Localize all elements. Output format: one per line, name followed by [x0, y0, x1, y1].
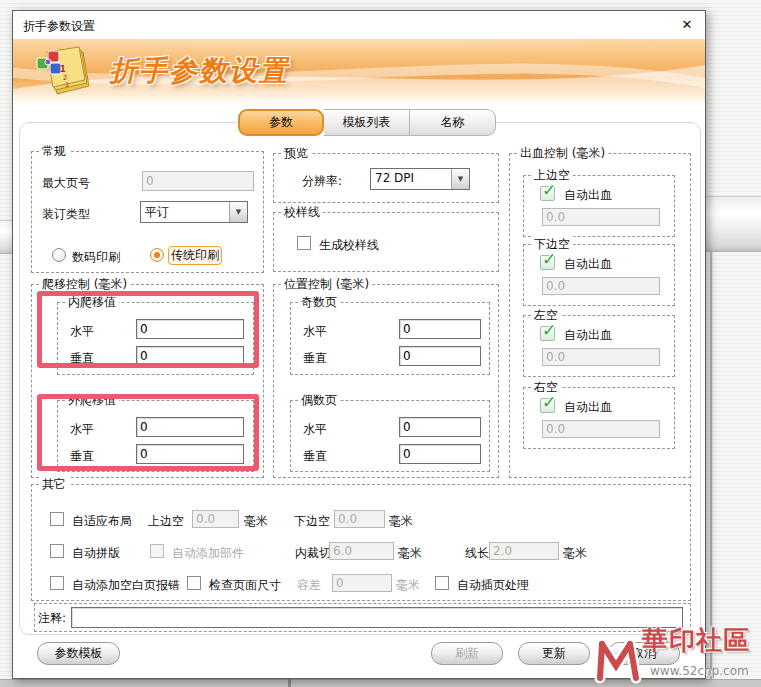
binding-type-select[interactable]: 平订 ▼: [140, 201, 248, 223]
group-bleed-control: 出血控制 (毫米) 上边空 ✓ 自动出血 下边空 ✓ 自动出血 左空 ✓ 自动出…: [509, 153, 691, 478]
outer-creep-v-input[interactable]: [136, 444, 244, 464]
odd-v-label: 垂直: [303, 350, 327, 367]
resolution-select[interactable]: 72 DPI ▼: [370, 168, 470, 190]
group-other-legend: 其它: [39, 476, 69, 493]
bleed-top-input: [542, 208, 660, 226]
title-bar: 折手参数设置 ✕: [13, 11, 705, 39]
banner-title: 折手参数设置: [109, 52, 289, 90]
auto-insert-label[interactable]: 自动插页处理: [457, 577, 529, 594]
traditional-print-radio[interactable]: [150, 248, 164, 262]
bleed-bottom-input: [542, 277, 660, 295]
watermark-site-name: 華印社區: [642, 623, 750, 658]
max-page-input: [142, 171, 254, 191]
svg-text:1: 1: [60, 65, 66, 74]
even-v-input[interactable]: [399, 444, 481, 464]
outer-creep-h-input[interactable]: [136, 417, 244, 437]
app-icon: 1 2 3: [29, 42, 95, 102]
group-preview-legend: 预览: [281, 145, 311, 162]
even-v-label: 垂直: [303, 448, 327, 465]
bleed-left-auto-label[interactable]: 自动出血: [564, 327, 612, 344]
auto-impose-checkbox[interactable]: [50, 544, 64, 558]
even-pages-legend: 偶数页: [298, 392, 340, 409]
group-general-legend: 常规: [39, 143, 69, 160]
adaptive-layout-checkbox[interactable]: [50, 512, 64, 526]
mm-label: 毫米: [244, 513, 268, 530]
outer-creep-legend: 外爬移值: [65, 392, 119, 409]
dialog-title: 折手参数设置: [23, 18, 95, 35]
background-window-divider: [710, 252, 713, 680]
update-button[interactable]: 更新: [518, 642, 590, 665]
tab-name[interactable]: 名称: [410, 109, 496, 136]
bleed-top-auto-label[interactable]: 自动出血: [564, 187, 612, 204]
digital-print-label[interactable]: 数码印刷: [72, 249, 120, 266]
other-bottom-margin-input: [334, 510, 385, 528]
huayin-logo-icon: [590, 630, 646, 687]
group-bleed-legend: 出血控制 (毫米): [517, 145, 608, 162]
resolution-value: 72 DPI: [375, 171, 414, 185]
traditional-print-label[interactable]: 传统印刷: [168, 246, 222, 265]
other-bottom-margin-label: 下边空: [294, 513, 330, 530]
bleed-bottom-checkbox[interactable]: ✓: [540, 255, 555, 270]
odd-pages-legend: 奇数页: [298, 294, 340, 311]
bleed-left-input: [542, 348, 660, 366]
even-h-input[interactable]: [399, 417, 481, 437]
check-page-size-checkbox[interactable]: [187, 576, 201, 590]
mm-label: 毫米: [396, 577, 420, 594]
adaptive-layout-label[interactable]: 自适应布局: [72, 513, 132, 530]
outer-creep-v-label: 垂直: [70, 448, 94, 465]
auto-add-part-checkbox: [150, 544, 164, 558]
check-icon: ✓: [542, 180, 556, 200]
inner-creep-legend: 内爬移值: [65, 294, 119, 311]
fold-parameter-dialog: 折手参数设置 ✕ 1 2 3 折手参数设置 参数 模板列表: [12, 10, 706, 679]
chevron-down-icon[interactable]: ▼: [451, 169, 469, 189]
group-even-pages: 偶数页 水平 垂直: [290, 400, 490, 472]
bleed-left-checkbox[interactable]: ✓: [540, 326, 555, 341]
digital-print-radio[interactable]: [52, 248, 66, 262]
binding-type-label: 装订类型: [42, 206, 90, 223]
refresh-button: 刷新: [431, 642, 503, 665]
generate-proofline-label[interactable]: 生成校样线: [319, 237, 379, 254]
bleed-bottom-auto-label[interactable]: 自动出血: [564, 256, 612, 273]
group-creep-legend: 爬移控制 (毫米): [39, 276, 130, 293]
background-window-toolbar: [706, 196, 761, 252]
other-top-margin-label: 上边空: [148, 513, 184, 530]
chevron-down-icon[interactable]: ▼: [229, 202, 247, 222]
inner-creep-v-input[interactable]: [136, 346, 244, 366]
group-preview: 预览 分辨率: 72 DPI ▼: [273, 153, 499, 203]
auto-impose-label[interactable]: 自动拼版: [72, 545, 120, 562]
banner: 1 2 3 折手参数设置: [13, 39, 705, 105]
blank-page-error-checkbox[interactable]: [50, 576, 64, 590]
mm-label: 毫米: [563, 545, 587, 562]
check-page-size-label[interactable]: 检查页面尺寸: [209, 577, 281, 594]
background-statusbar-divider: [288, 679, 291, 687]
group-outer-creep: 外爬移值 水平 垂直: [57, 400, 254, 472]
inner-trim-input: [329, 542, 394, 560]
blank-page-error-label[interactable]: 自动添加空白页报错: [72, 577, 180, 594]
inner-creep-h-input[interactable]: [136, 319, 244, 339]
generate-proofline-checkbox[interactable]: [297, 236, 311, 250]
group-bleed-right: 右空 ✓ 自动出血: [523, 387, 675, 449]
even-h-label: 水平: [303, 421, 327, 438]
bleed-top-checkbox[interactable]: ✓: [540, 186, 555, 201]
odd-h-input[interactable]: [399, 319, 481, 339]
close-icon[interactable]: ✕: [678, 16, 696, 34]
odd-v-input[interactable]: [399, 346, 481, 366]
group-position-control: 位置控制 (毫米) 奇数页 水平 垂直 偶数页 水平 垂直: [273, 284, 499, 478]
group-bleed-left: 左空 ✓ 自动出血: [523, 315, 675, 377]
group-bleed-top: 上边空 ✓ 自动出血: [523, 175, 675, 237]
watermark-url: www.52cnp.com: [650, 664, 749, 678]
binding-type-value: 平订: [145, 204, 169, 221]
auto-insert-checkbox[interactable]: [435, 576, 449, 590]
tab-template-list[interactable]: 模板列表: [324, 109, 410, 136]
group-creep-control: 爬移控制 (毫米) 内爬移值 水平 垂直 外爬移值 水平 垂直: [31, 284, 264, 478]
bleed-right-checkbox[interactable]: ✓: [540, 398, 555, 413]
mm-label: 毫米: [389, 513, 413, 530]
outer-creep-h-label: 水平: [70, 421, 94, 438]
line-length-input: [489, 542, 559, 560]
auto-add-part-label: 自动添加部件: [172, 545, 244, 562]
tab-parameters[interactable]: 参数: [238, 109, 324, 136]
parameter-template-button[interactable]: 参数模板: [37, 642, 120, 665]
group-position-legend: 位置控制 (毫米): [281, 276, 372, 293]
inner-trim-label: 内裁切: [295, 545, 331, 562]
bleed-right-auto-label[interactable]: 自动出血: [564, 399, 612, 416]
